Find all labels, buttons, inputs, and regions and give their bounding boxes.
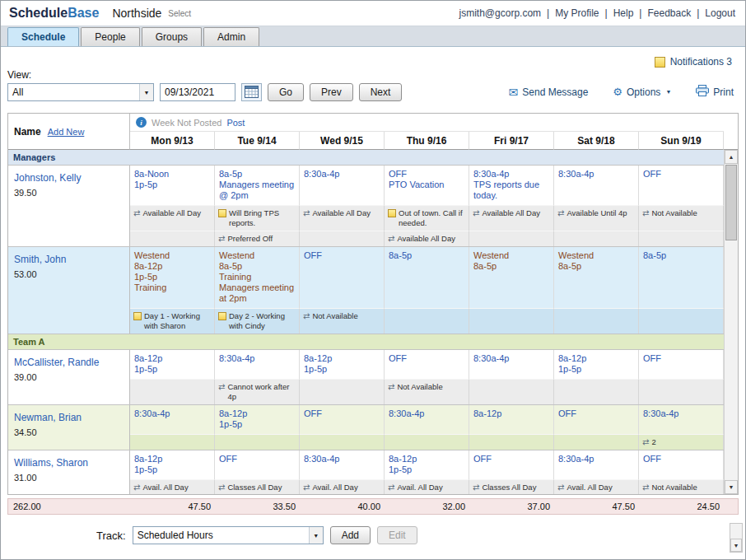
shift-cell[interactable]: OFF — [385, 350, 469, 379]
group-header-managers: Managers — [8, 150, 724, 166]
availability-cell[interactable]: ⇄Avail. All Day — [554, 479, 639, 494]
scroll-up-button[interactable]: ▲ — [725, 150, 738, 164]
view-select[interactable]: All ▼ — [7, 83, 154, 101]
availability-cell[interactable]: ⇄Classes All Day — [469, 479, 554, 494]
page-scrollbar-fragment[interactable]: ▼ — [730, 523, 743, 553]
availability-cell[interactable]: Will Bring TPS reports. — [215, 205, 300, 231]
shift-cell[interactable]: 8:30a-4p — [215, 350, 300, 379]
shift-cell[interactable]: 8a-5p — [385, 247, 469, 308]
go-button[interactable]: Go — [268, 83, 304, 101]
availability-cell[interactable]: ⇄Available Until 4p — [554, 205, 639, 231]
shift-cell[interactable]: 8:30a-4pTPS reports due today. — [469, 166, 554, 205]
shift-text: Westend — [219, 250, 296, 261]
shift-cell[interactable]: 8:30a-4p — [300, 450, 385, 479]
print-action[interactable]: Print — [696, 85, 734, 99]
shift-cell[interactable]: OFF — [639, 350, 724, 379]
availability-cell[interactable]: ⇄Available All Day — [469, 205, 554, 231]
availability-cell-empty — [639, 379, 724, 404]
link-my-profile[interactable]: My Profile — [555, 7, 599, 19]
shift-cell[interactable]: 8:30a-4p — [554, 166, 639, 205]
post-link[interactable]: Post — [226, 118, 245, 128]
shift-cell[interactable]: 8a-12p1p-5p — [130, 350, 215, 379]
notifications-icon — [655, 57, 665, 68]
next-button[interactable]: Next — [359, 83, 403, 101]
shift-cell[interactable]: 8a-12p1p-5p — [385, 450, 469, 479]
shift-cell[interactable]: 8a-12p1p-5p — [215, 405, 300, 434]
availability-cell[interactable]: ⇄Available All Day — [300, 205, 385, 231]
chevron-down-icon: ▼ — [309, 527, 323, 544]
tab-schedule[interactable]: Schedule — [7, 27, 79, 46]
shift-text: 8:30a-4p — [389, 408, 465, 419]
shift-cell[interactable]: OFF — [215, 450, 300, 479]
shift-cell[interactable]: 8a-12p1p-5p — [130, 450, 215, 479]
track-select[interactable]: Scheduled Hours ▼ — [133, 526, 324, 544]
shift-cell[interactable]: 8a-12p1p-5p — [300, 350, 385, 379]
availability-cell[interactable]: ⇄Cannot work after 4p — [215, 379, 300, 404]
tab-people[interactable]: People — [81, 27, 139, 46]
shift-cell[interactable]: 8a-Noon1p-5p — [130, 166, 215, 205]
scroll-down-button[interactable]: ▼ — [725, 480, 738, 494]
shift-cell[interactable]: Westend8a-5pTrainingManagers meeting at … — [215, 247, 300, 308]
shift-cell[interactable]: OFF — [300, 247, 385, 308]
availability-cell[interactable]: ⇄Avail. All Day — [300, 479, 385, 494]
shift-cell[interactable]: 8:30a-4p — [300, 166, 385, 205]
shift-cell[interactable]: Westend8a-12p1p-5pTraining — [130, 247, 215, 308]
availability-cell[interactable]: ⇄Not Available — [300, 308, 385, 334]
notifications-link[interactable]: Notifications 3 — [670, 56, 732, 68]
shift-cell[interactable]: 8a-12p1p-5p — [554, 350, 639, 379]
link-logout[interactable]: Logout — [705, 7, 735, 19]
shift-cell[interactable]: 8a-5p — [639, 247, 724, 308]
shift-cell[interactable]: 8a-12p — [469, 405, 554, 434]
availability-cell[interactable]: Day 2 - Working with Cindy — [215, 308, 300, 334]
shift-cell[interactable]: OFF — [300, 405, 385, 434]
shift-cell[interactable]: OFF — [639, 166, 724, 205]
edit-button[interactable]: Edit — [377, 526, 417, 544]
employee-name-link[interactable]: Williams, Sharon — [14, 457, 88, 469]
availability-cell[interactable]: ⇄Not Available — [639, 479, 724, 494]
note-icon — [218, 209, 226, 217]
tab-admin[interactable]: Admin — [203, 27, 259, 46]
shift-cell[interactable]: 8:30a-4p — [385, 405, 469, 434]
options-action[interactable]: ⚙ Options ▼ — [613, 86, 671, 98]
shift-cell[interactable]: OFF — [639, 450, 724, 479]
shift-cell[interactable]: 8:30a-4p — [639, 405, 724, 434]
send-message-action[interactable]: ✉ Send Message — [509, 86, 589, 98]
link-feedback[interactable]: Feedback — [647, 7, 691, 19]
scrollbar-thumb[interactable] — [725, 165, 737, 240]
select-location-link[interactable]: Select — [168, 9, 191, 18]
prev-button[interactable]: Prev — [310, 83, 353, 101]
employee-name-link[interactable]: Newman, Brian — [14, 412, 82, 423]
availability-text: 2 — [651, 437, 655, 447]
availability-cell[interactable]: ⇄Available All Day — [130, 205, 215, 231]
shift-cell[interactable]: Westend8a-5p — [554, 247, 639, 308]
shift-cell[interactable]: 8:30a-4p — [130, 405, 215, 434]
employee-name-link[interactable]: Smith, John — [14, 254, 66, 265]
availability-cell[interactable]: ⇄Preferred Off — [215, 231, 300, 246]
shift-cell[interactable]: 8a-5pManagers meeting @ 2pm — [215, 166, 300, 205]
shift-cell[interactable]: 8:30a-4p — [554, 450, 639, 479]
shift-cell[interactable]: OFF — [469, 450, 554, 479]
shift-cell[interactable]: OFF — [554, 405, 639, 434]
employee-name-link[interactable]: Johnston, Kelly — [14, 172, 81, 184]
schedule-scrollbar[interactable]: ▲ ▼ — [724, 150, 738, 494]
shift-cell[interactable]: Westend8a-5p — [469, 247, 554, 308]
calendar-button[interactable] — [241, 83, 262, 101]
tab-groups[interactable]: Groups — [142, 27, 202, 46]
page-scroll-down-button[interactable]: ▼ — [730, 539, 742, 552]
availability-cell[interactable]: Out of town. Call if needed. — [385, 205, 469, 231]
availability-cell[interactable]: ⇄2 — [639, 434, 724, 450]
shift-cell[interactable]: 8:30a-4p — [469, 350, 554, 379]
employee-name-link[interactable]: McCallister, Randle — [14, 357, 99, 368]
link-help[interactable]: Help — [613, 7, 634, 19]
availability-cell[interactable]: ⇄Avail. All Day — [130, 479, 215, 494]
date-input[interactable] — [160, 83, 235, 101]
add-new-link[interactable]: Add New — [48, 127, 85, 137]
availability-cell[interactable]: ⇄Classes All Day — [215, 479, 300, 494]
add-button[interactable]: Add — [330, 526, 371, 544]
availability-cell[interactable]: ⇄Available All Day — [385, 231, 469, 246]
shift-cell[interactable]: OFFPTO Vacation — [385, 166, 469, 205]
availability-cell[interactable]: ⇄Not Available — [385, 379, 469, 404]
availability-cell[interactable]: Day 1 - Working with Sharon — [130, 308, 215, 334]
availability-cell[interactable]: ⇄Avail. All Day — [385, 479, 469, 494]
availability-cell[interactable]: ⇄Not Available — [639, 205, 724, 231]
